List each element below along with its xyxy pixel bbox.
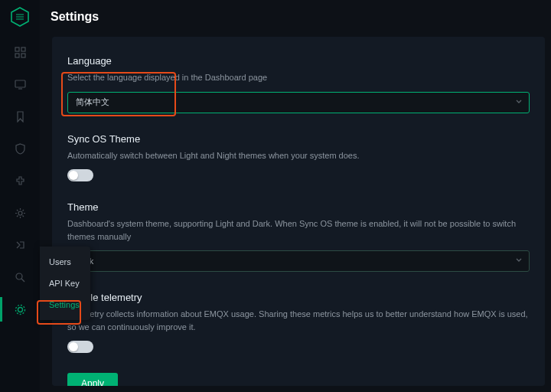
nav-monitor-icon[interactable]	[12, 77, 28, 92]
nav-diagnostics-icon[interactable]	[12, 237, 28, 253]
nav-search-icon[interactable]	[12, 270, 28, 285]
settings-panel: Language Select the language displayed i…	[52, 37, 545, 386]
sync-toggle[interactable]	[67, 169, 93, 181]
language-desc: Select the language displayed in the Das…	[67, 71, 530, 84]
chevron-down-icon	[515, 98, 523, 107]
language-title: Language	[67, 55, 530, 67]
sync-title: Sync OS Theme	[67, 133, 530, 145]
chevron-down-icon	[515, 256, 523, 266]
svg-point-11	[15, 305, 24, 314]
theme-select[interactable]: Dark	[67, 250, 530, 272]
svg-rect-1	[15, 47, 19, 51]
apply-button[interactable]: Apply	[67, 373, 118, 386]
svg-point-8	[16, 273, 22, 279]
svg-point-10	[18, 307, 22, 312]
language-value: 简体中文	[76, 96, 109, 108]
sidebar	[0, 0, 40, 392]
telemetry-toggle[interactable]	[67, 341, 93, 353]
sync-desc: Automatically switch between Light and N…	[67, 149, 530, 162]
submenu-apikey[interactable]: API Key	[40, 273, 90, 294]
svg-point-7	[18, 211, 22, 215]
nav-shield-icon[interactable]	[12, 141, 28, 156]
emqx-logo-icon[interactable]	[9, 6, 31, 28]
telemetry-title: Enable telemetry	[67, 292, 530, 303]
nav-bookmark-icon[interactable]	[12, 109, 28, 124]
submenu-users[interactable]: Users	[40, 251, 90, 273]
section-sync: Sync OS Theme Automatically switch betwe…	[67, 133, 530, 182]
svg-rect-5	[15, 80, 25, 87]
theme-desc: Dashboard's system theme, supporting Lig…	[67, 217, 530, 243]
section-language: Language Select the language displayed i…	[67, 55, 530, 113]
section-theme: Theme Dashboard's system theme, supporti…	[67, 201, 530, 272]
nav-dashboard-icon[interactable]	[12, 44, 28, 60]
svg-rect-4	[21, 54, 25, 57]
section-telemetry: Enable telemetry Telemetry collects info…	[67, 292, 530, 353]
nav-gear-icon[interactable]	[12, 205, 28, 220]
page-title: Settings	[40, 0, 551, 34]
nav-system-icon[interactable]	[12, 302, 28, 317]
svg-line-9	[21, 279, 24, 282]
language-select[interactable]: 简体中文	[67, 92, 530, 113]
nav-extensions-icon[interactable]	[12, 173, 28, 188]
submenu-settings[interactable]: Settings	[40, 294, 90, 315]
theme-title: Theme	[67, 201, 530, 213]
svg-rect-2	[21, 47, 25, 51]
svg-rect-3	[15, 54, 19, 57]
telemetry-desc: Telemetry collects information about EMQ…	[67, 308, 530, 333]
system-submenu: Users API Key Settings	[40, 247, 90, 320]
